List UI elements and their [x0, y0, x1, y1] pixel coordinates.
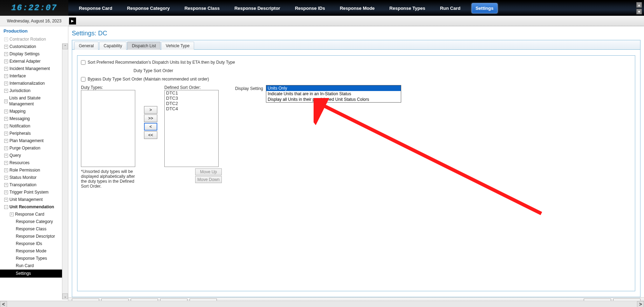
expand-icon[interactable]: + — [4, 176, 8, 180]
sidebar-item-response-category[interactable]: Response Category — [0, 218, 62, 225]
move-all-right-button[interactable]: >> — [144, 114, 157, 122]
outer-hscroll[interactable]: < > — [0, 301, 644, 307]
sidebar-item-status-monitor[interactable]: +Status Monitor — [0, 174, 62, 181]
sidebar-item-notification[interactable]: +Notification — [0, 123, 62, 130]
sidebar-item-label: Peripherals — [9, 131, 31, 137]
list-item[interactable]: DTC4 — [165, 106, 218, 111]
sidebar-item-response-types[interactable]: Response Types — [0, 255, 62, 262]
sidebar-item-query[interactable]: +Query — [0, 152, 62, 159]
sidebar-item-plan-management[interactable]: +Plan Management — [0, 137, 62, 145]
sidebar-item-role-permission[interactable]: +Role Permission — [0, 167, 62, 174]
nav-settings[interactable]: Settings — [472, 3, 497, 13]
duty-types-listbox[interactable] — [81, 90, 135, 167]
expand-icon[interactable]: + — [4, 183, 8, 187]
expand-icon[interactable]: + — [4, 110, 8, 113]
outer-scroll-left-icon[interactable]: < — [0, 301, 7, 307]
sidebar-item-response-class[interactable]: Response Class — [0, 225, 62, 233]
expand-icon[interactable]: + — [4, 190, 8, 194]
sidebar-item-customization[interactable]: +Customization — [0, 43, 62, 50]
scroll-down-icon[interactable]: ⌄ — [62, 293, 68, 299]
dropdown-option[interactable]: Display all Units in their provisioned U… — [266, 97, 401, 102]
collapse-icon[interactable]: - — [4, 205, 8, 209]
sidebar-item-settings[interactable]: Settings — [0, 270, 62, 278]
tab-dispatch-list[interactable]: Dispatch List — [127, 42, 160, 50]
expand-icon[interactable]: + — [4, 117, 8, 121]
defined-order-listbox[interactable]: DTC1DTC3DTC2DTC4 — [164, 90, 219, 167]
expand-icon[interactable]: + — [4, 52, 8, 56]
nav-response-ids[interactable]: Response IDs — [292, 4, 329, 13]
expand-icon[interactable]: + — [4, 67, 8, 71]
move-down-button[interactable]: Move Down — [195, 176, 222, 183]
sub-bar: ▶ — [68, 16, 644, 26]
sidebar-item-response-mode[interactable]: Response Mode — [0, 247, 62, 255]
sidebar-item-purge-operation[interactable]: +Purge Operation — [0, 145, 62, 152]
expand-icon[interactable]: + — [4, 74, 8, 78]
tab-capability[interactable]: Capability — [99, 42, 127, 50]
list-item[interactable]: DTC2 — [165, 101, 218, 106]
sidebar-item-interface[interactable]: +Interface — [0, 72, 62, 80]
nav-scroll-up-icon[interactable]: ▲ — [636, 2, 642, 8]
sidebar-item-unit-management[interactable]: +Unit Management — [0, 196, 62, 203]
display-setting-dropdown[interactable]: Units OnlyIndicate Units that are in an … — [266, 85, 401, 103]
list-item[interactable]: DTC3 — [165, 96, 218, 101]
sidebar-item-lists-and-statute-management[interactable]: +Lists and Statute Management — [0, 95, 62, 108]
expand-icon[interactable]: + — [4, 139, 8, 143]
expand-icon[interactable]: + — [4, 89, 8, 93]
sidebar-item-trigger-point-system[interactable]: +Trigger Point System — [0, 189, 62, 196]
nav-response-card[interactable]: Response Card — [75, 4, 116, 13]
sidebar-item-response-ids[interactable]: Response IDs — [0, 240, 62, 247]
sort-by-eta-checkbox[interactable] — [81, 60, 85, 65]
bypass-checkbox[interactable] — [81, 77, 85, 82]
outer-scroll-right-icon[interactable]: > — [637, 301, 644, 307]
tab-vehicle-type[interactable]: Vehicle Type — [161, 42, 194, 50]
dropdown-option[interactable]: Indicate Units that are in an In-Station… — [266, 91, 401, 97]
dropdown-option[interactable]: Units Only — [266, 85, 401, 91]
expand-icon[interactable]: + — [4, 146, 8, 150]
move-up-button[interactable]: Move Up — [195, 168, 222, 175]
nav-response-class[interactable]: Response Class — [181, 4, 223, 13]
sidebar-item-response-descriptor[interactable]: Response Descriptor — [0, 233, 62, 240]
nav-run-card[interactable]: Run Card — [437, 4, 464, 13]
expand-icon[interactable]: + — [4, 82, 8, 85]
sidebar-item-internationalization[interactable]: +Internationalization — [0, 80, 62, 87]
expand-icon[interactable]: + — [4, 161, 8, 165]
tab-general[interactable]: General — [74, 42, 98, 50]
sidebar-item-run-card[interactable]: Run Card — [0, 262, 62, 270]
expand-icon[interactable]: + — [10, 212, 14, 216]
sidebar-item-transportation[interactable]: +Transportation — [0, 181, 62, 189]
sidebar-item-incident-management[interactable]: +Incident Management — [0, 65, 62, 72]
sidebar-item-peripherals[interactable]: +Peripherals — [0, 130, 62, 137]
expand-icon[interactable]: + — [4, 198, 8, 202]
scroll-up-icon[interactable]: ⌃ — [62, 43, 68, 49]
expand-icon[interactable]: + — [4, 132, 8, 135]
expand-icon[interactable]: + — [4, 37, 8, 41]
sidebar-item-label: Role Permission — [9, 167, 40, 173]
sidebar-item-contractor-rotation[interactable]: +Contractor Rotation — [0, 36, 62, 43]
move-left-button[interactable]: < — [144, 123, 157, 131]
sidebar-item-jurisdiction[interactable]: +Jurisdiction — [0, 87, 62, 95]
expand-icon[interactable]: + — [4, 154, 8, 158]
move-all-left-button[interactable]: << — [144, 131, 157, 139]
sidebar-item-display-settings[interactable]: +Display Settings — [0, 50, 62, 58]
nav-response-descriptor[interactable]: Response Descriptor — [231, 4, 284, 13]
expand-subbar-icon[interactable]: ▶ — [69, 18, 76, 25]
expand-icon[interactable]: + — [4, 60, 8, 63]
list-item[interactable]: DTC1 — [165, 90, 218, 96]
sidebar-item-mapping[interactable]: +Mapping — [0, 108, 62, 115]
nav-response-mode[interactable]: Response Mode — [336, 4, 378, 13]
nav-response-types[interactable]: Response Types — [386, 4, 429, 13]
sidebar-item-resources[interactable]: +Resources — [0, 159, 62, 167]
sidebar-item-unit-recommendation[interactable]: -Unit Recommendation — [0, 203, 62, 211]
sidebar-item-response-card[interactable]: +Response Card — [0, 211, 62, 218]
move-right-button[interactable]: > — [144, 106, 157, 114]
nav-scroll-down-icon[interactable]: ▼ — [636, 9, 642, 14]
sidebar-item-messaging[interactable]: +Messaging — [0, 115, 62, 123]
expand-icon[interactable]: + — [4, 45, 8, 49]
expand-icon[interactable]: + — [4, 168, 8, 172]
sidebar-scroll-vertical[interactable]: ⌃ ⌄ — [62, 43, 68, 299]
sidebar-item-label: Messaging — [9, 116, 30, 122]
nav-response-category[interactable]: Response Category — [123, 4, 173, 13]
sidebar-item-external-adapter[interactable]: +External Adapter — [0, 58, 62, 65]
expand-icon[interactable]: + — [4, 99, 8, 103]
expand-icon[interactable]: + — [4, 124, 8, 128]
